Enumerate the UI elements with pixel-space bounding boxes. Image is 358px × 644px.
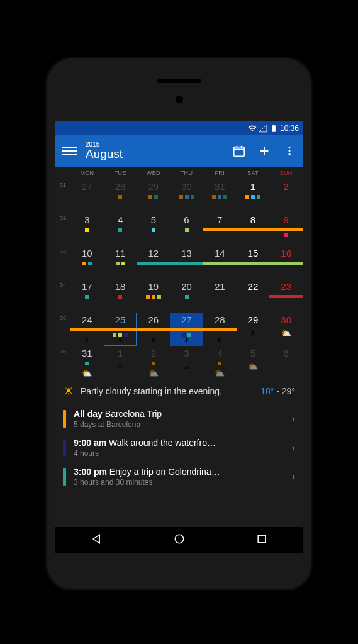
signal-icon [259,124,267,133]
calendar-day[interactable]: 24☀ [70,313,104,346]
title-block[interactable]: 2015 August [86,142,232,161]
day-headers: MONTUEWEDTHUFRISATSUN [55,167,303,179]
agenda: ☀ Partly cloudy starting in the evening.… [55,379,303,491]
event-color-bar [63,439,66,457]
day-header: THU [170,167,203,179]
calendar-day[interactable]: 5 [137,213,170,246]
event-color-bar [63,468,66,486]
calendar-day[interactable]: 22 [237,279,270,313]
speaker [157,79,201,83]
calendar-day[interactable]: 30⛅ [269,313,303,346]
calendar-day[interactable]: 27☀ [170,313,203,346]
calendar-day[interactable]: 21 [203,279,237,313]
calendar-day[interactable]: 18 [104,279,137,313]
day-header: FRI [203,167,237,179]
calendar-day[interactable]: 1☀ [104,346,137,379]
calendar-day[interactable]: 29☀ [237,313,270,346]
calendar-day[interactable]: 30 [170,179,203,213]
week-number: 36 [55,346,70,379]
title-month: August [86,148,232,161]
calendar-day[interactable]: 2 [269,179,303,213]
agenda-event[interactable]: All day Barcelona Trip5 days at Barcelon… [55,404,303,433]
calendar-day[interactable]: 28 [104,179,137,213]
wifi-icon [248,124,257,133]
status-bar: 10:36 [55,121,303,135]
front-camera [176,96,183,103]
calendar-day[interactable]: 2⛅ [137,346,170,379]
week-number: 31 [55,179,70,213]
android-navbar [55,527,303,553]
home-button[interactable] [173,533,186,548]
day-header: SAT [237,167,270,179]
calendar-day[interactable]: 12 [137,246,170,279]
screen: 10:36 2015 August MONTUEWEDTH [55,121,303,536]
calendar-day[interactable]: 4⛅ [203,346,237,379]
calendar-day[interactable]: 14 [203,246,237,279]
calendar-day[interactable]: 31⛅ [70,346,104,379]
add-button[interactable] [257,144,271,158]
phone-frame: 10:36 2015 August MONTUEWEDTH [45,57,313,591]
chevron-right-icon: › [292,442,295,453]
sun-icon: ☀ [63,384,74,398]
calendar-day[interactable]: 19 [137,279,170,313]
calendar-day[interactable]: 16 [269,246,303,279]
week-number: 34 [55,279,70,313]
day-header: TUE [104,167,137,179]
status-time: 10:36 [280,124,299,133]
day-header: SUN [269,167,303,179]
battery-icon [269,124,278,133]
calendar-day[interactable]: 29 [137,179,170,213]
recent-button[interactable] [255,533,268,548]
back-button[interactable] [91,533,103,548]
calendar-day[interactable]: 4 [104,213,137,246]
svg-rect-0 [234,147,245,157]
calendar-day[interactable]: 28☀ [203,313,237,346]
calendar-day[interactable]: 3☁ [170,346,203,379]
today-button[interactable] [232,144,246,158]
calendar-day[interactable]: 23 [269,279,303,313]
day-header: WED [137,167,170,179]
calendar-day[interactable]: 15 [237,246,270,279]
calendar-day[interactable]: 8 [237,213,270,246]
calendar-day[interactable]: 9 [269,213,303,246]
calendar-day[interactable]: 13 [170,246,203,279]
calendar-day[interactable]: 20 [170,279,203,313]
svg-point-1 [289,147,291,148]
calendar-day[interactable]: 3 [70,213,104,246]
calendar-day[interactable]: 6 [170,213,203,246]
week-number: 33 [55,246,70,279]
calendar-day[interactable]: 26☀ [137,313,170,346]
calendar-day[interactable]: 1 [237,179,270,213]
app-bar: 2015 August [55,135,303,167]
agenda-event[interactable]: 3:00 pm Enjoy a trip on Golondrina…3 hou… [55,462,303,491]
weather-row[interactable]: ☀ Partly cloudy starting in the evening.… [55,379,303,404]
chevron-right-icon: › [292,413,295,425]
agenda-event[interactable]: 9:00 am Walk around the waterfro…4 hours… [55,433,303,462]
calendar-day[interactable]: 17 [70,279,104,313]
calendar-day[interactable]: 31 [203,179,237,213]
overflow-button[interactable] [282,144,296,158]
svg-point-2 [289,150,291,152]
weather-text: Partly cloudy starting in the evening. [81,386,254,397]
calendar-grid[interactable]: 3127282930311232345678933101112131415163… [55,179,303,379]
weather-temps: 18° - 29° [260,386,295,396]
menu-button[interactable] [62,143,77,158]
day-header: MON [70,167,104,179]
chevron-right-icon: › [292,471,295,482]
calendar-day[interactable]: 10 [70,246,104,279]
svg-point-4 [175,535,183,543]
calendar-day[interactable]: 5⛅ [237,346,270,379]
svg-point-3 [289,153,291,155]
svg-rect-5 [258,535,266,543]
calendar-day[interactable]: 25☀ [104,313,137,346]
calendar-day[interactable]: 27 [70,179,104,213]
week-number: 35 [55,313,70,346]
calendar-day[interactable]: 6 [269,346,303,379]
calendar-day[interactable]: 11 [104,246,137,279]
event-color-bar [63,410,66,428]
calendar-day[interactable]: 7 [203,213,237,246]
week-number: 32 [55,213,70,246]
